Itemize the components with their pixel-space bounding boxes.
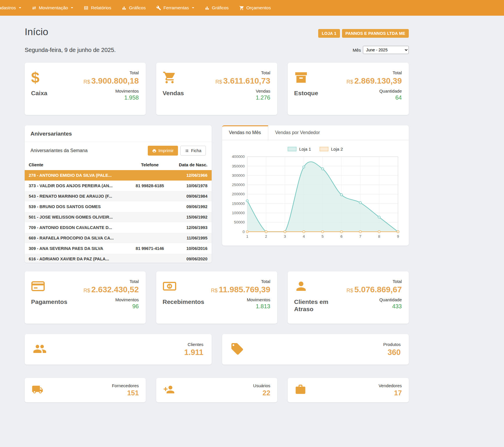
card-value: 151: [112, 389, 139, 397]
caret-down-icon: [192, 7, 194, 8]
total-value: R$2.869.130,39: [346, 76, 402, 86]
ficha-button[interactable]: Ficha: [180, 146, 206, 156]
card-label: Vendedores: [379, 383, 402, 388]
col-data-nasc: Data de Nasc.: [172, 159, 211, 170]
legend-loja1[interactable]: Loja 1: [288, 147, 311, 152]
dollar-icon: $: [31, 70, 47, 85]
svg-text:2: 2: [265, 234, 267, 239]
nav-item-relatorios[interactable]: Relatórios: [78, 0, 116, 16]
nav-item-label: Movimentação: [39, 5, 68, 10]
count-label: Movimentos: [211, 297, 270, 302]
birthday-row[interactable]: 709 - ANTONIO EDSON CAVALCANTE D...12/06…: [25, 222, 212, 233]
cart-icon: [163, 70, 178, 85]
clientes-card: Clientes 1.911: [25, 334, 212, 365]
cart-icon: [239, 6, 244, 10]
nav-item-graficos-1[interactable]: Gráficos: [116, 0, 151, 16]
total-label: Total: [346, 70, 402, 75]
card-label: Pagamentos: [31, 298, 67, 305]
legend-swatch-loja1: [288, 147, 296, 151]
svg-text:8: 8: [378, 234, 380, 239]
card-label: Clientes em Atraso: [294, 298, 332, 313]
vendas-card: Vendas Total R$3.611.610,73 Vendas 1.276: [156, 63, 277, 115]
card-label: Usuários: [253, 383, 270, 388]
current-date: Segunda-feira, 9 de junho de 2025.: [25, 47, 116, 53]
chart-legend: Loja 1 Loja 2: [228, 143, 403, 154]
svg-text:50000: 50000: [234, 220, 245, 224]
count-label: Movimentos: [83, 297, 139, 302]
nav-item-cadastros[interactable]: Cadastros: [0, 0, 26, 16]
sales-chart-card: Vendas no Mês Vendas por Vendedor Loja 1…: [222, 125, 409, 246]
count-label: Quantidade: [346, 297, 402, 302]
total-value: R$11.985.769,39: [211, 285, 270, 294]
card-label: Fornecedores: [112, 383, 139, 388]
nav-item-movimentacao[interactable]: Movimentação: [26, 0, 79, 16]
card-label: Estoque: [294, 89, 318, 97]
card-value: 360: [383, 348, 401, 357]
count-label: Quantidade: [346, 89, 402, 93]
estoque-card: Estoque Total R$2.869.130,39 Quantidade …: [288, 63, 409, 115]
card-value: 22: [253, 389, 270, 397]
briefcase-icon: [295, 384, 306, 396]
imprimir-button[interactable]: Imprimir: [148, 146, 178, 156]
svg-text:4: 4: [303, 234, 305, 239]
svg-text:1: 1: [246, 234, 248, 239]
produtos-card: Produtos 360: [222, 334, 409, 365]
banknote-icon: 1: [163, 279, 178, 293]
svg-text:0: 0: [242, 230, 244, 234]
svg-text:200000: 200000: [232, 192, 244, 197]
clientes-em-atraso-card: Clientes em Atraso Total R$5.076.869,67 …: [288, 271, 409, 324]
store-badge-loja1[interactable]: LOJA 1: [318, 29, 340, 38]
list-icon: [185, 149, 189, 153]
sales-tabbar: Vendas no Mês Vendas por Vendedor: [222, 125, 409, 140]
col-telefone: Telefone: [127, 159, 172, 170]
tab-vendas-no-mes[interactable]: Vendas no Mês: [222, 125, 268, 140]
birthday-row[interactable]: 309 - ANA SEVERINA PAES DA SILVA81 99671…: [25, 243, 212, 254]
birthday-row[interactable]: 616 - ADRIANO XAVIER DA PAZ (PALA...09/0…: [25, 254, 212, 263]
nav-item-graficos-2[interactable]: Gráficos: [199, 0, 234, 16]
card-label: Produtos: [383, 342, 401, 347]
total-value: R$2.632.430,52: [83, 285, 139, 294]
nav-item-label: Relatórios: [91, 5, 111, 10]
month-select[interactable]: June - 2025: [363, 46, 409, 54]
svg-text:300000: 300000: [232, 173, 244, 178]
table-header-row: Cliente Telefone Data de Nasc.: [25, 159, 212, 170]
bar-chart-icon: [122, 6, 127, 10]
svg-text:400000: 400000: [232, 154, 244, 159]
nav-item-ferramentas[interactable]: Ferramentas: [151, 0, 199, 16]
legend-loja2[interactable]: Loja 2: [320, 147, 343, 152]
wrench-icon: [156, 6, 161, 10]
birthday-row[interactable]: 373 - VALDIR DOS ANJOS PEREIRA (AN...81 …: [25, 181, 212, 191]
truck-icon: [32, 384, 43, 396]
count-value: 1.276: [215, 94, 270, 101]
card-label: Clientes: [184, 342, 203, 347]
vendedores-card: Vendedores 17: [288, 378, 409, 402]
exchange-icon: [32, 6, 37, 10]
birthday-row[interactable]: 669 - RAFAELA PROCOPIO DA SILVA CA...11/…: [25, 233, 212, 243]
birthday-row[interactable]: 539 - BRUNO DOS SANTOS GOMES09/06/1992: [25, 201, 212, 212]
total-value: R$3.611.610,73: [215, 76, 270, 86]
birthday-row[interactable]: 501 - JOSE WELISSON GOMES OLIVEIR...15/0…: [25, 212, 212, 222]
aniversariantes-title: Aniversariantes: [25, 125, 212, 142]
store-badge-company[interactable]: PANNOS E PANNOS LTDA ME: [342, 29, 409, 38]
tab-vendas-por-vendedor[interactable]: Vendas por Vendedor: [268, 125, 327, 140]
birthday-table: Cliente Telefone Data de Nasc. 278 - ANT…: [25, 159, 212, 263]
svg-text:1: 1: [168, 284, 171, 289]
birthday-row[interactable]: 278 - ANTONIO EMIDIO DA SILVA (PALE...12…: [25, 170, 212, 181]
nav-item-label: Ferramentas: [163, 5, 189, 10]
table-icon: [84, 6, 89, 10]
total-value: R$3.900.800,18: [83, 76, 139, 86]
store-badges: LOJA 1 PANNOS E PANNOS LTDA ME: [318, 29, 409, 38]
user-icon: [294, 279, 310, 293]
nav-item-orcamentos[interactable]: Orçamentos: [234, 0, 276, 16]
fornecedores-card: Fornecedores 151: [25, 378, 146, 402]
legend-swatch-loja2: [320, 147, 328, 151]
nav-item-label: Cadastros: [0, 5, 16, 10]
users-icon: [33, 342, 47, 357]
nav-item-label: Orçamentos: [246, 5, 271, 10]
nav-item-label: Gráficos: [129, 5, 146, 10]
birthday-row[interactable]: 543 - RENATO MARINHO DE ARAUJO (F...09/0…: [25, 191, 212, 201]
count-label: Vendas: [215, 89, 270, 93]
total-label: Total: [211, 279, 270, 284]
svg-text:6: 6: [340, 234, 342, 239]
svg-text:5: 5: [321, 234, 323, 239]
